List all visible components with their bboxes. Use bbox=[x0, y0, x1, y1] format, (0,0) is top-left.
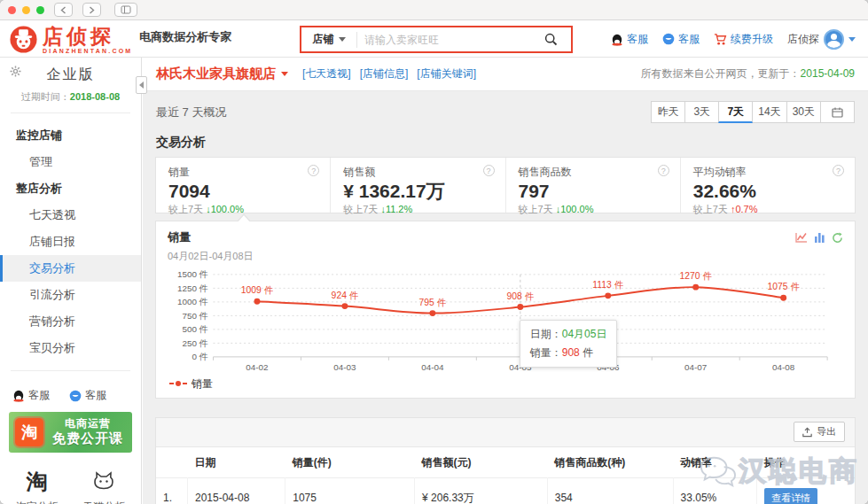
tmall-cat-icon bbox=[91, 470, 116, 493]
daily-data-table-panel: 导出 日期 销量(件) 销售额(元) 销售商品数(种) 动销率 操作 bbox=[155, 417, 856, 504]
tagline: 电商数据分析专家 bbox=[139, 29, 231, 45]
sidebar-item-trade-analysis[interactable]: 交易分析 bbox=[0, 255, 141, 282]
tabs-button[interactable] bbox=[114, 3, 137, 17]
taobao-icon: 淘 bbox=[27, 468, 48, 496]
gear-icon[interactable] bbox=[10, 65, 21, 81]
line-chart-icon bbox=[795, 232, 808, 243]
cart-icon bbox=[714, 33, 727, 46]
calendar-icon bbox=[832, 107, 843, 118]
zoom-window-button[interactable] bbox=[36, 6, 44, 14]
main-content: 林氏木业家具旗舰店 [七天透视] [店铺信息] [店铺关键词] 所有数据来自公开… bbox=[143, 58, 868, 504]
metric-cards: 销量 ? 7094 较上7天↓100.0% 销售额 ? ¥ 1362.17万 较… bbox=[155, 157, 856, 213]
range-30day-button[interactable]: 30天 bbox=[786, 101, 821, 123]
sidebar-collapse-button[interactable] bbox=[136, 76, 147, 94]
wangwang-icon bbox=[69, 390, 82, 402]
refresh-icon bbox=[832, 232, 843, 244]
expire-date: 2018-08-08 bbox=[70, 91, 120, 102]
sidebar-group-monitor: 监控店铺 bbox=[0, 122, 141, 149]
date-range-group: 昨天 3天 7天 14天 30天 bbox=[652, 101, 855, 123]
help-icon[interactable]: ? bbox=[483, 165, 495, 176]
shop-header: 林氏木业家具旗舰店 [七天透视] [店铺信息] [店铺关键词] 所有数据来自公开… bbox=[143, 58, 868, 91]
metric-delta: ↓100.0% bbox=[556, 204, 594, 214]
tool-taobao-analysis[interactable]: 淘 淘宝分析 bbox=[4, 469, 71, 504]
export-icon bbox=[802, 427, 812, 438]
metric-card-sales-volume[interactable]: 销量 ? 7094 较上7天↓100.0% bbox=[156, 158, 331, 213]
search-input[interactable] bbox=[357, 34, 530, 46]
renew-upgrade-link[interactable]: 续费升级 bbox=[714, 32, 773, 47]
sidebar-item-marketing-analysis[interactable]: 营销分析 bbox=[0, 308, 141, 335]
back-button[interactable] bbox=[54, 3, 73, 17]
link-seven-day[interactable]: [七天透视] bbox=[302, 66, 351, 81]
link-shop-keywords[interactable]: [店铺关键词] bbox=[417, 66, 476, 81]
help-icon[interactable]: ? bbox=[308, 165, 319, 176]
free-course-ad-banner[interactable]: 淘 电商运营 免费公开课 bbox=[9, 412, 132, 453]
tool-tmall-analysis[interactable]: 天猫分析 bbox=[71, 469, 138, 504]
svg-text:1500 件: 1500 件 bbox=[177, 269, 208, 279]
window-titlebar bbox=[0, 0, 868, 20]
sidebar-item-manage[interactable]: 管理 bbox=[0, 149, 141, 175]
search-button[interactable] bbox=[530, 27, 571, 51]
qq-support-link[interactable]: 客服 bbox=[611, 32, 648, 47]
metric-card-product-count[interactable]: 销售商品数 ? 797 较上7天↓100.0% bbox=[506, 158, 681, 213]
sidebar-wangwang-support-link[interactable]: 客服 bbox=[69, 388, 106, 403]
collapse-arrow-icon bbox=[139, 81, 144, 89]
range-7day-button[interactable]: 7天 bbox=[718, 101, 753, 123]
qq-icon bbox=[12, 389, 25, 402]
metric-card-revenue[interactable]: 销售额 ? ¥ 1362.17万 较上7天↓11.2% bbox=[331, 158, 505, 213]
search-icon bbox=[544, 33, 558, 46]
detective-logo-icon bbox=[9, 25, 38, 54]
svg-text:250 件: 250 件 bbox=[182, 338, 207, 348]
view-detail-button[interactable]: 查看详情 bbox=[764, 488, 817, 504]
search-bar: 店铺 bbox=[300, 26, 573, 53]
chart-title: 销量 bbox=[168, 229, 191, 245]
forward-icon bbox=[89, 6, 95, 14]
logo-text: 店侦探 bbox=[43, 27, 132, 47]
sidebar-qq-support-link[interactable]: 客服 bbox=[12, 388, 50, 403]
taobao-badge-icon: 淘 bbox=[15, 418, 43, 446]
svg-text:04-02: 04-02 bbox=[246, 362, 268, 372]
bar-chart-icon bbox=[814, 232, 825, 243]
data-source-note: 所有数据来自公开网页，更新于： bbox=[641, 67, 801, 80]
custom-date-button[interactable] bbox=[820, 101, 855, 123]
range-14day-button[interactable]: 14天 bbox=[752, 101, 786, 123]
sales-chart-panel: 销量 04月02日-04月08日 0 件250 件500 件750 件1000 … bbox=[155, 221, 856, 399]
wangwang-support-link[interactable]: 客服 bbox=[662, 32, 700, 47]
sidebar-item-seven-day[interactable]: 七天透视 bbox=[0, 202, 141, 229]
metric-card-sell-through-rate[interactable]: 平均动销率 ? 32.66% 较上7天↑0.7% bbox=[681, 158, 855, 213]
account-menu[interactable]: 店侦探 bbox=[787, 29, 856, 50]
range-yesterday-button[interactable]: 昨天 bbox=[651, 101, 685, 123]
close-window-button[interactable] bbox=[8, 6, 16, 14]
updated-date: 2015-04-09 bbox=[801, 67, 855, 80]
sidebar: 企业版 过期时间：2018-08-08 监控店铺 管理 整店分析 七天透视 店铺… bbox=[0, 58, 142, 504]
sidebar-item-daily-report[interactable]: 店铺日报 bbox=[0, 229, 141, 255]
link-shop-info[interactable]: [店铺信息] bbox=[360, 66, 409, 81]
logo[interactable]: 店侦探 DIANZHENTAN.COM bbox=[9, 25, 132, 54]
help-icon[interactable]: ? bbox=[833, 165, 844, 176]
cell-sales: 1075 bbox=[285, 477, 415, 504]
search-category-dropdown[interactable]: 店铺 bbox=[301, 32, 356, 47]
svg-text:04-08: 04-08 bbox=[772, 362, 795, 372]
line-chart-toggle[interactable] bbox=[795, 232, 808, 243]
svg-text:795 件: 795 件 bbox=[419, 298, 447, 307]
overview-title: 最近 7 天概况 bbox=[156, 105, 226, 120]
chevron-down-icon bbox=[339, 37, 346, 42]
ad-line1: 电商运营 bbox=[50, 417, 126, 430]
qq-icon bbox=[611, 33, 623, 46]
sidebar-item-item-analysis[interactable]: 宝贝分析 bbox=[0, 335, 141, 361]
refresh-button[interactable] bbox=[832, 232, 843, 244]
col-sales: 销量(件) bbox=[285, 447, 415, 478]
svg-text:908 件: 908 件 bbox=[507, 291, 535, 301]
range-3day-button[interactable]: 3天 bbox=[684, 101, 719, 123]
chevron-down-icon bbox=[281, 72, 288, 76]
sales-line-chart[interactable]: 0 件250 件500 件750 件1000 件1250 件1500 件04-0… bbox=[168, 264, 843, 376]
bar-chart-toggle[interactable] bbox=[814, 232, 825, 243]
cell-revenue: ¥ 206.33万 bbox=[415, 477, 548, 504]
sidebar-group-shop-analysis: 整店分析 bbox=[0, 175, 141, 202]
help-icon[interactable]: ? bbox=[658, 165, 669, 176]
minimize-window-button[interactable] bbox=[22, 6, 30, 14]
forward-button[interactable] bbox=[82, 3, 101, 17]
sidebar-item-traffic-analysis[interactable]: 引流分析 bbox=[0, 282, 141, 308]
export-button[interactable]: 导出 bbox=[794, 422, 845, 442]
legend-label[interactable]: 销量 bbox=[192, 376, 213, 392]
shop-name-dropdown[interactable]: 林氏木业家具旗舰店 bbox=[156, 66, 288, 82]
